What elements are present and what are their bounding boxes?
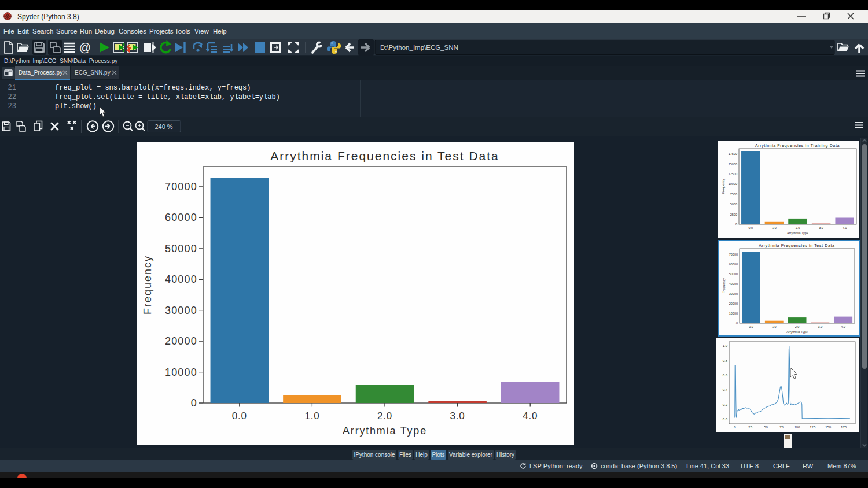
svg-text:25: 25 [748, 426, 752, 429]
svg-text:125: 125 [810, 426, 816, 429]
svg-text:40000: 40000 [165, 273, 197, 285]
svg-text:30000: 30000 [729, 292, 738, 295]
svg-text:0.2: 0.2 [723, 403, 728, 406]
svg-text:0.8: 0.8 [723, 359, 728, 363]
svg-text:10000: 10000 [165, 367, 197, 378]
svg-text:20000: 20000 [165, 335, 197, 347]
svg-text:2.0: 2.0 [796, 226, 800, 230]
svg-text:1.0: 1.0 [772, 325, 777, 328]
svg-text:0.0: 0.0 [749, 325, 753, 328]
svg-text:12500: 12500 [729, 172, 737, 176]
svg-text:0.6: 0.6 [723, 374, 728, 377]
svg-text:50000: 50000 [165, 243, 197, 254]
svg-text:4.0: 4.0 [523, 411, 538, 422]
svg-text:3.0: 3.0 [819, 226, 823, 230]
svg-text:0.0: 0.0 [232, 411, 247, 422]
svg-text:Arrythmia Frequencies in Test: Arrythmia Frequencies in Test Data [759, 243, 834, 248]
svg-text:Frequency: Frequency [722, 179, 725, 194]
svg-text:Frequency: Frequency [142, 255, 153, 315]
svg-text:17500: 17500 [729, 152, 737, 156]
svg-text:2500: 2500 [730, 213, 737, 216]
svg-text:Arrythmia Frequencies in Test: Arrythmia Frequencies in Test Data [270, 149, 499, 162]
svg-text:5000: 5000 [730, 202, 737, 206]
svg-text:4.0: 4.0 [841, 325, 845, 328]
svg-text:150: 150 [825, 426, 832, 429]
svg-text:D:\Python_Imp\ECG_SNN: D:\Python_Imp\ECG_SNN [380, 44, 458, 51]
svg-text:1.0: 1.0 [723, 344, 728, 347]
svg-text:Arrythmia Type: Arrythmia Type [343, 425, 427, 437]
svg-text:10000: 10000 [729, 312, 738, 315]
svg-text:3.0: 3.0 [818, 325, 823, 328]
svg-text:@: @ [79, 41, 91, 54]
svg-text:Arrythmia Frequencies in Train: Arrythmia Frequencies in Training Data [755, 143, 840, 148]
svg-text:4.0: 4.0 [843, 226, 847, 230]
svg-text:50: 50 [764, 426, 768, 429]
svg-text:240 %: 240 % [155, 123, 172, 130]
svg-text:0: 0 [736, 321, 738, 325]
svg-text:40000: 40000 [729, 282, 738, 286]
svg-text:10000: 10000 [729, 182, 737, 186]
svg-text:100: 100 [794, 426, 800, 429]
svg-text:0: 0 [191, 397, 197, 409]
svg-text:2.0: 2.0 [795, 325, 800, 328]
svg-text:0: 0 [735, 223, 737, 226]
svg-text:7500: 7500 [730, 193, 737, 196]
svg-text:0.0: 0.0 [723, 417, 728, 421]
svg-text:0.0: 0.0 [748, 226, 753, 230]
svg-text:15000: 15000 [729, 162, 737, 166]
svg-text:1.0: 1.0 [304, 411, 319, 422]
svg-text:0.4: 0.4 [723, 388, 728, 391]
svg-text:70000: 70000 [729, 253, 738, 256]
svg-text:Frequency: Frequency [722, 278, 726, 293]
svg-text:3.0: 3.0 [450, 411, 465, 422]
svg-text:175: 175 [841, 426, 847, 429]
svg-text:70000: 70000 [165, 181, 197, 193]
svg-text:2.0: 2.0 [377, 411, 392, 422]
svg-text:20000: 20000 [729, 302, 738, 305]
svg-text:50000: 50000 [729, 272, 738, 276]
svg-text:1.0: 1.0 [772, 226, 777, 230]
svg-text:60000: 60000 [165, 212, 197, 223]
svg-text:Arrythmia Type: Arrythmia Type [786, 330, 808, 334]
svg-text:30000: 30000 [165, 305, 197, 316]
svg-text:75: 75 [779, 426, 784, 429]
svg-text:Arrythmia Type: Arrythmia Type [787, 231, 808, 235]
svg-text:60000: 60000 [729, 263, 738, 266]
